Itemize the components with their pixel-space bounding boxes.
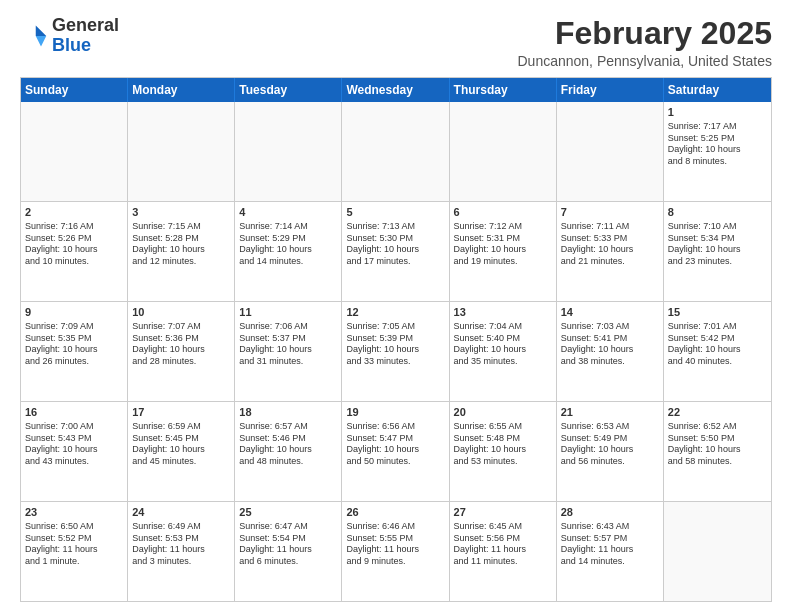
day-number: 3: [132, 205, 230, 220]
day-info: Sunrise: 7:00 AM Sunset: 5:43 PM Dayligh…: [25, 421, 123, 468]
day-info: Sunrise: 7:12 AM Sunset: 5:31 PM Dayligh…: [454, 221, 552, 268]
day-info: Sunrise: 7:13 AM Sunset: 5:30 PM Dayligh…: [346, 221, 444, 268]
day-number: 11: [239, 305, 337, 320]
day-number: 5: [346, 205, 444, 220]
calendar-cell: 28Sunrise: 6:43 AM Sunset: 5:57 PM Dayli…: [557, 502, 664, 601]
logo-text: General Blue: [52, 16, 119, 56]
day-info: Sunrise: 6:59 AM Sunset: 5:45 PM Dayligh…: [132, 421, 230, 468]
calendar-header-cell: Sunday: [21, 78, 128, 102]
day-info: Sunrise: 6:46 AM Sunset: 5:55 PM Dayligh…: [346, 521, 444, 568]
page-header: General Blue February 2025 Duncannon, Pe…: [20, 16, 772, 69]
logo-icon: [20, 22, 48, 50]
calendar-cell: 24Sunrise: 6:49 AM Sunset: 5:53 PM Dayli…: [128, 502, 235, 601]
day-number: 7: [561, 205, 659, 220]
day-number: 18: [239, 405, 337, 420]
logo-general: General: [52, 15, 119, 35]
calendar-cell: [128, 102, 235, 201]
calendar-header-cell: Monday: [128, 78, 235, 102]
day-info: Sunrise: 7:16 AM Sunset: 5:26 PM Dayligh…: [25, 221, 123, 268]
day-info: Sunrise: 6:55 AM Sunset: 5:48 PM Dayligh…: [454, 421, 552, 468]
calendar-cell: 18Sunrise: 6:57 AM Sunset: 5:46 PM Dayli…: [235, 402, 342, 501]
calendar-header-cell: Saturday: [664, 78, 771, 102]
calendar-cell: 23Sunrise: 6:50 AM Sunset: 5:52 PM Dayli…: [21, 502, 128, 601]
day-number: 24: [132, 505, 230, 520]
day-info: Sunrise: 7:01 AM Sunset: 5:42 PM Dayligh…: [668, 321, 767, 368]
calendar-cell: 15Sunrise: 7:01 AM Sunset: 5:42 PM Dayli…: [664, 302, 771, 401]
day-info: Sunrise: 7:07 AM Sunset: 5:36 PM Dayligh…: [132, 321, 230, 368]
calendar-cell: 21Sunrise: 6:53 AM Sunset: 5:49 PM Dayli…: [557, 402, 664, 501]
day-info: Sunrise: 7:06 AM Sunset: 5:37 PM Dayligh…: [239, 321, 337, 368]
calendar-cell: 25Sunrise: 6:47 AM Sunset: 5:54 PM Dayli…: [235, 502, 342, 601]
calendar-row: 2Sunrise: 7:16 AM Sunset: 5:26 PM Daylig…: [21, 202, 771, 302]
day-number: 19: [346, 405, 444, 420]
day-number: 1: [668, 105, 767, 120]
calendar-cell: 8Sunrise: 7:10 AM Sunset: 5:34 PM Daylig…: [664, 202, 771, 301]
day-info: Sunrise: 7:03 AM Sunset: 5:41 PM Dayligh…: [561, 321, 659, 368]
day-number: 9: [25, 305, 123, 320]
day-info: Sunrise: 6:43 AM Sunset: 5:57 PM Dayligh…: [561, 521, 659, 568]
day-number: 16: [25, 405, 123, 420]
calendar-row: 1Sunrise: 7:17 AM Sunset: 5:25 PM Daylig…: [21, 102, 771, 202]
calendar-cell: [342, 102, 449, 201]
day-info: Sunrise: 6:52 AM Sunset: 5:50 PM Dayligh…: [668, 421, 767, 468]
calendar-row: 16Sunrise: 7:00 AM Sunset: 5:43 PM Dayli…: [21, 402, 771, 502]
day-number: 22: [668, 405, 767, 420]
day-number: 4: [239, 205, 337, 220]
calendar-cell: [450, 102, 557, 201]
calendar-cell: 13Sunrise: 7:04 AM Sunset: 5:40 PM Dayli…: [450, 302, 557, 401]
calendar-cell: 12Sunrise: 7:05 AM Sunset: 5:39 PM Dayli…: [342, 302, 449, 401]
calendar-cell: [664, 502, 771, 601]
calendar-header-cell: Wednesday: [342, 78, 449, 102]
day-number: 17: [132, 405, 230, 420]
calendar-cell: [235, 102, 342, 201]
calendar-cell: 5Sunrise: 7:13 AM Sunset: 5:30 PM Daylig…: [342, 202, 449, 301]
svg-marker-0: [36, 25, 47, 36]
calendar-title: February 2025: [518, 16, 773, 51]
day-number: 6: [454, 205, 552, 220]
calendar-cell: 3Sunrise: 7:15 AM Sunset: 5:28 PM Daylig…: [128, 202, 235, 301]
calendar-header-cell: Tuesday: [235, 78, 342, 102]
calendar-cell: 16Sunrise: 7:00 AM Sunset: 5:43 PM Dayli…: [21, 402, 128, 501]
day-info: Sunrise: 6:50 AM Sunset: 5:52 PM Dayligh…: [25, 521, 123, 568]
day-info: Sunrise: 6:45 AM Sunset: 5:56 PM Dayligh…: [454, 521, 552, 568]
calendar-cell: 2Sunrise: 7:16 AM Sunset: 5:26 PM Daylig…: [21, 202, 128, 301]
day-info: Sunrise: 7:10 AM Sunset: 5:34 PM Dayligh…: [668, 221, 767, 268]
calendar-cell: 9Sunrise: 7:09 AM Sunset: 5:35 PM Daylig…: [21, 302, 128, 401]
day-info: Sunrise: 6:57 AM Sunset: 5:46 PM Dayligh…: [239, 421, 337, 468]
calendar-body: 1Sunrise: 7:17 AM Sunset: 5:25 PM Daylig…: [21, 102, 771, 601]
calendar-cell: 19Sunrise: 6:56 AM Sunset: 5:47 PM Dayli…: [342, 402, 449, 501]
calendar-cell: 20Sunrise: 6:55 AM Sunset: 5:48 PM Dayli…: [450, 402, 557, 501]
day-info: Sunrise: 7:14 AM Sunset: 5:29 PM Dayligh…: [239, 221, 337, 268]
day-info: Sunrise: 6:53 AM Sunset: 5:49 PM Dayligh…: [561, 421, 659, 468]
day-number: 26: [346, 505, 444, 520]
day-number: 2: [25, 205, 123, 220]
calendar-cell: 10Sunrise: 7:07 AM Sunset: 5:36 PM Dayli…: [128, 302, 235, 401]
day-info: Sunrise: 7:17 AM Sunset: 5:25 PM Dayligh…: [668, 121, 767, 168]
calendar-cell: 11Sunrise: 7:06 AM Sunset: 5:37 PM Dayli…: [235, 302, 342, 401]
calendar-header-cell: Friday: [557, 78, 664, 102]
calendar-subtitle: Duncannon, Pennsylvania, United States: [518, 53, 773, 69]
calendar-cell: 1Sunrise: 7:17 AM Sunset: 5:25 PM Daylig…: [664, 102, 771, 201]
day-info: Sunrise: 7:09 AM Sunset: 5:35 PM Dayligh…: [25, 321, 123, 368]
day-number: 25: [239, 505, 337, 520]
calendar-cell: 17Sunrise: 6:59 AM Sunset: 5:45 PM Dayli…: [128, 402, 235, 501]
day-number: 14: [561, 305, 659, 320]
day-number: 28: [561, 505, 659, 520]
calendar-row: 9Sunrise: 7:09 AM Sunset: 5:35 PM Daylig…: [21, 302, 771, 402]
day-info: Sunrise: 6:56 AM Sunset: 5:47 PM Dayligh…: [346, 421, 444, 468]
day-info: Sunrise: 6:49 AM Sunset: 5:53 PM Dayligh…: [132, 521, 230, 568]
calendar-cell: 22Sunrise: 6:52 AM Sunset: 5:50 PM Dayli…: [664, 402, 771, 501]
calendar-header-row: SundayMondayTuesdayWednesdayThursdayFrid…: [21, 78, 771, 102]
day-info: Sunrise: 6:47 AM Sunset: 5:54 PM Dayligh…: [239, 521, 337, 568]
logo-blue: Blue: [52, 35, 91, 55]
calendar-cell: 27Sunrise: 6:45 AM Sunset: 5:56 PM Dayli…: [450, 502, 557, 601]
day-info: Sunrise: 7:15 AM Sunset: 5:28 PM Dayligh…: [132, 221, 230, 268]
calendar-cell: 14Sunrise: 7:03 AM Sunset: 5:41 PM Dayli…: [557, 302, 664, 401]
calendar-cell: 6Sunrise: 7:12 AM Sunset: 5:31 PM Daylig…: [450, 202, 557, 301]
day-info: Sunrise: 7:11 AM Sunset: 5:33 PM Dayligh…: [561, 221, 659, 268]
calendar-cell: [557, 102, 664, 201]
calendar-header-cell: Thursday: [450, 78, 557, 102]
day-info: Sunrise: 7:05 AM Sunset: 5:39 PM Dayligh…: [346, 321, 444, 368]
day-number: 23: [25, 505, 123, 520]
day-number: 8: [668, 205, 767, 220]
